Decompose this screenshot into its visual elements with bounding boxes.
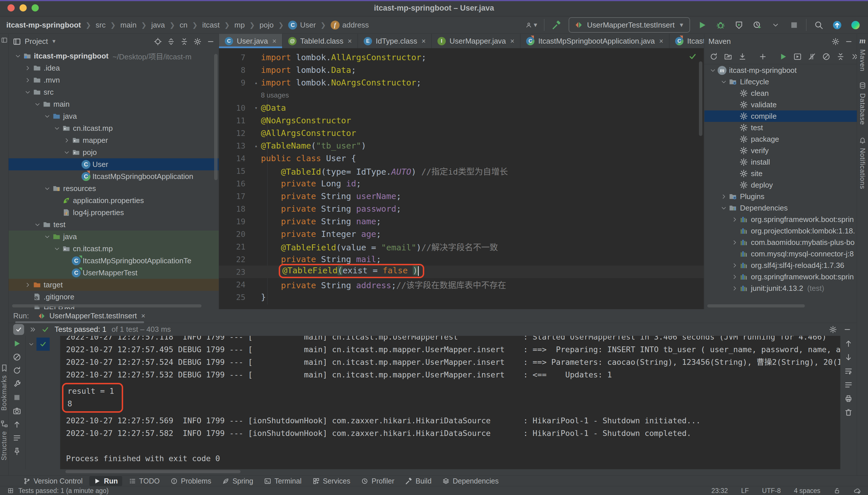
- project-vertical-scrollbar[interactable]: [214, 54, 217, 180]
- lock-open-icon[interactable]: [834, 487, 840, 494]
- maven-item-itcast-mp-springboot[interactable]: mitcast-mp-springboot: [704, 65, 857, 76]
- code-line-15[interactable]: 15 @TableId(type= IdType.AUTO) //指定id类型为…: [219, 165, 704, 177]
- tab-usermapper-java[interactable]: IUserMapper.java×: [432, 34, 520, 48]
- execute-maven-goal-button[interactable]: [793, 52, 802, 61]
- bottombar-item-todo[interactable]: TODO: [125, 476, 164, 486]
- up-stacktrace-button[interactable]: [844, 339, 853, 348]
- project-item-mvn[interactable]: .mvn: [9, 74, 219, 86]
- coverage-button[interactable]: [733, 19, 745, 31]
- show-passed-toggle[interactable]: [13, 324, 24, 335]
- chevron-down-icon[interactable]: [719, 79, 728, 85]
- close-window-button[interactable]: [7, 4, 15, 12]
- clear-all-button[interactable]: [844, 408, 853, 417]
- project-toolwindow-icon[interactable]: [1, 37, 8, 44]
- bottombar-item-version-control[interactable]: Version Control: [19, 476, 87, 486]
- chevron-down-icon[interactable]: [13, 53, 23, 59]
- maven-item-verify[interactable]: verify: [704, 145, 857, 156]
- export-test-results-button[interactable]: [13, 420, 21, 429]
- project-item-test[interactable]: test: [9, 219, 219, 231]
- maven-item-com-baomidou-mybatis-plus-bo[interactable]: com.baomidou:mybatis-plus-bo: [704, 237, 857, 248]
- minimize-window-button[interactable]: [19, 4, 27, 12]
- maven-item-org-springframework-boot-sprin[interactable]: org.springframework.boot:sprin: [704, 214, 857, 225]
- test-history-button[interactable]: [13, 433, 21, 442]
- avatar-button[interactable]: [849, 19, 862, 31]
- chevron-right-icon[interactable]: [22, 77, 33, 83]
- code-line-8[interactable]: 8import lombok.Data;: [219, 64, 704, 76]
- build-project-button[interactable]: [550, 19, 563, 31]
- chevron-right-icon[interactable]: [730, 262, 739, 269]
- maven-item-dependencies[interactable]: Dependencies: [704, 202, 857, 214]
- usages-inlay[interactable]: 8 usages: [219, 89, 704, 102]
- more-button[interactable]: [851, 52, 857, 61]
- code-line-19[interactable]: 19 private String name;: [219, 215, 704, 228]
- expand-chevrons-icon[interactable]: [29, 326, 36, 333]
- chevron-down-icon[interactable]: [32, 222, 43, 228]
- project-item-main[interactable]: main: [9, 98, 219, 110]
- fold-marker-icon[interactable]: ▴: [251, 80, 261, 85]
- project-item-itcastmpspringbootapplicationte[interactable]: CItcastMpSpringbootApplicationTe: [9, 255, 219, 267]
- breadcrumb-itcast-mp-springboot[interactable]: itcast-mp-springboot: [6, 21, 81, 30]
- project-item-itcastmpspringbootapplication[interactable]: CItcastMpSpringbootApplication: [9, 170, 219, 183]
- code-line-24[interactable]: 24 private String address;//该字段在数据库表中不存在: [219, 278, 704, 291]
- bottombar-item-terminal[interactable]: Terminal: [260, 476, 306, 486]
- status-lf[interactable]: LF: [741, 487, 749, 495]
- close-tab-icon[interactable]: ×: [272, 37, 276, 45]
- rerun-failed-tests-button[interactable]: [13, 366, 21, 375]
- project-item-java[interactable]: java: [9, 110, 219, 122]
- chevron-right-icon[interactable]: [719, 193, 728, 200]
- skip-tests-button[interactable]: [808, 52, 816, 61]
- database-icon[interactable]: [859, 82, 866, 89]
- project-settings-button[interactable]: [194, 38, 201, 46]
- code-line-11[interactable]: 11@NoArgsConstructor: [219, 114, 704, 127]
- maven-item-com-mysql-mysql-connector-j-8[interactable]: com.mysql:mysql-connector-j:8: [704, 248, 857, 259]
- editor-scrollbar[interactable]: [699, 62, 702, 136]
- maven-item-site[interactable]: site: [704, 168, 857, 179]
- chevron-right-icon[interactable]: [730, 285, 739, 291]
- bottombar-item-problems[interactable]: Problems: [166, 476, 216, 486]
- debug-button[interactable]: [714, 19, 727, 31]
- project-item-cn-itcast-mp[interactable]: cn.itcast.mp: [9, 122, 219, 134]
- bottombar-item-dependencies[interactable]: Dependencies: [438, 476, 503, 486]
- run-button[interactable]: [696, 19, 708, 31]
- code-line-13[interactable]: 13▴@TableName("tb_user"): [219, 139, 704, 152]
- breadcrumb-java[interactable]: java: [151, 21, 165, 30]
- fold-marker-icon[interactable]: ▾: [251, 105, 261, 111]
- rerun-tests-button[interactable]: [13, 339, 21, 348]
- download-sources-button[interactable]: [738, 52, 747, 61]
- code-line-7[interactable]: 7import lombok.AllArgsConstructor;: [219, 51, 704, 64]
- chevron-down-icon[interactable]: [62, 149, 72, 155]
- project-item-idea[interactable]: .idea: [9, 62, 219, 74]
- tab-itcastmpspringbootapplication-java[interactable]: CItcastMpSpringbootApplication.java×: [520, 34, 669, 48]
- project-item-log4j-properties[interactable]: log4j.properties: [9, 206, 219, 219]
- project-item-gitignore[interactable]: .gitignore: [9, 291, 219, 303]
- maven-horizontal-scrollbar[interactable]: [707, 304, 805, 307]
- project-item-application-properties[interactable]: application.properties: [9, 194, 219, 206]
- pin-tab-button[interactable]: [13, 447, 21, 456]
- locate-file-button[interactable]: [154, 38, 162, 46]
- code-line-23[interactable]: 23 @TableField(exist = false ): [219, 266, 704, 278]
- maven-item-validate[interactable]: validate: [704, 99, 857, 110]
- hide-maven-panel-button[interactable]: [845, 38, 853, 46]
- code-line-16[interactable]: 16 private Long id;: [219, 177, 704, 190]
- project-item-cn-itcast-mp[interactable]: cn.itcast.mp: [9, 243, 219, 255]
- chevron-right-icon[interactable]: [62, 137, 72, 143]
- maven-item-lifecycle[interactable]: Lifecycle: [704, 76, 857, 87]
- tab-user-java[interactable]: CUser.java×: [219, 34, 282, 48]
- profiler-button[interactable]: [751, 19, 764, 31]
- sidebar-item-notifications[interactable]: Notifications: [858, 148, 867, 189]
- maven-item-package[interactable]: package: [704, 133, 857, 145]
- maven-item-junit-junit-4-13-2[interactable]: junit:junit:4.13.2(test): [704, 283, 857, 294]
- status-utf-8[interactable]: UTF-8: [762, 487, 781, 495]
- project-horizontal-scrollbar[interactable]: [12, 304, 201, 307]
- close-tab-icon[interactable]: ×: [348, 37, 352, 45]
- project-item-src[interactable]: src: [9, 86, 219, 98]
- offline-mode-button[interactable]: [822, 52, 830, 61]
- print-button[interactable]: [844, 394, 853, 403]
- toolwindow-switcher-icon[interactable]: [7, 488, 14, 494]
- breadcrumb-itcast[interactable]: itcast: [202, 21, 220, 30]
- test-root-node[interactable]: [26, 338, 60, 351]
- project-item-resources[interactable]: resources: [9, 183, 219, 194]
- maven-item-org-springframework-boot-sprin[interactable]: org.springframework.boot:sprin: [704, 271, 857, 283]
- chevron-right-icon[interactable]: [22, 282, 33, 288]
- run-tab-usermappertest[interactable]: UserMapperTest.testInsert ×: [34, 309, 149, 323]
